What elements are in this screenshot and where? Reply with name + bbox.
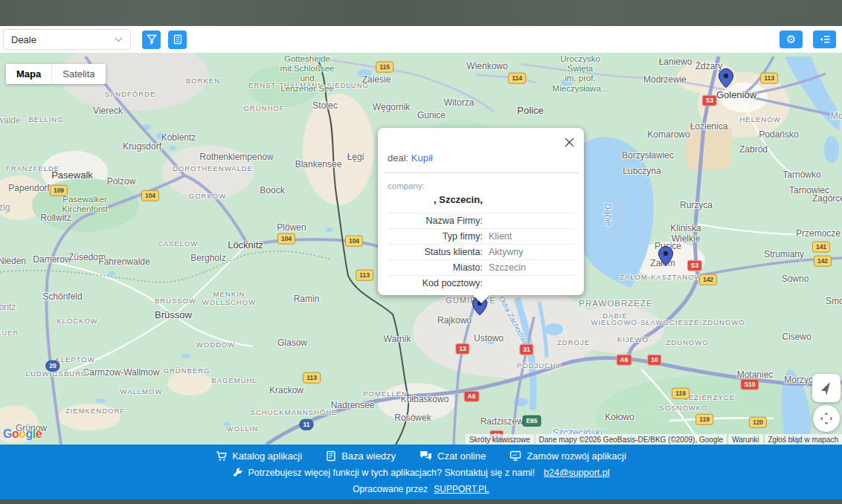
footer-link-label: Baza wiedzy <box>341 450 396 462</box>
map-label: óritz <box>0 303 16 313</box>
map-label: Rurzyca <box>680 201 713 211</box>
entity-select[interactable]: Deale <box>3 29 131 50</box>
map-label: Stolec <box>312 101 337 112</box>
map-label: Witorza <box>444 98 475 109</box>
map-label: Komarowo <box>647 130 690 140</box>
footer: Katalog aplikacjiBaza wiedzyCzat onlineZ… <box>0 445 842 500</box>
map-canvas[interactable]: ViereckKoblentzKrugsdorfRothenklempenowP… <box>0 53 842 445</box>
google-logo-letter: o <box>19 427 25 440</box>
map-label: Smogolice <box>826 297 842 307</box>
map-label: Viereck <box>93 106 123 117</box>
map-label: WOLLIN <box>227 425 258 433</box>
close-icon[interactable] <box>564 137 575 148</box>
map-label: Modrzewie <box>643 75 687 85</box>
map-type-map-button[interactable]: Mapa <box>6 64 51 84</box>
map-label: Krugsdorf <box>123 142 161 152</box>
road-shield: 141 <box>812 242 830 253</box>
road-shield: A6 <box>617 355 632 366</box>
map-label: Radziszewo <box>481 417 529 427</box>
road-shield: 115 <box>376 62 393 73</box>
wrench-icon <box>232 468 242 478</box>
map-label: Rollwitz <box>40 213 71 224</box>
popup-tail <box>472 294 490 303</box>
filter-button[interactable] <box>142 30 161 49</box>
document-list-icon <box>173 34 183 45</box>
road-shield: 113 <box>356 270 373 281</box>
footer-contact-row: Potrzebujesz więcej funkcji w tych aplik… <box>232 468 609 478</box>
map-label: SCHUCKMANNSHÖHE <box>251 409 338 417</box>
monitor-icon <box>510 450 521 461</box>
funnel-icon <box>147 34 157 45</box>
footer-email-link[interactable]: b24@support.pl <box>544 468 609 478</box>
map-label: LUDWIGSBURG <box>26 370 88 378</box>
popup-row-value: Aktywny <box>489 247 524 257</box>
map-marker-pin[interactable] <box>658 246 673 266</box>
footer-link[interactable]: Katalog aplikacji <box>216 450 302 462</box>
road-shield: 113 <box>303 372 321 384</box>
map-label: Rothenklempenow <box>199 152 273 163</box>
map-label: Węgornik <box>373 103 411 113</box>
pan-control-button[interactable] <box>813 405 840 432</box>
map-label: Łęgi <box>347 152 364 163</box>
map-label: KLEPTOW <box>55 356 94 364</box>
google-logo-letter: G <box>3 427 12 440</box>
map-label: Tarnówko <box>782 170 820 181</box>
map-label: DOROTHEENWALDE <box>173 165 253 173</box>
attribution-item[interactable]: Warunki <box>728 434 762 445</box>
map-label: WODDOW <box>196 341 235 349</box>
map-marker-pin[interactable] <box>719 68 733 88</box>
road-shield: S3 <box>702 95 717 106</box>
footer-link[interactable]: Zamów rozwój aplikacji <box>510 450 626 462</box>
map-label: BELLING <box>28 116 63 124</box>
attribution-item[interactable]: Skróty klawiszowe <box>466 434 534 445</box>
toolbar: Deale ⚙ <box>0 26 842 53</box>
map-label: Polzow <box>107 177 136 187</box>
map-label: Damerow <box>33 255 71 265</box>
gear-icon: ⚙ <box>786 34 796 45</box>
footer-link[interactable]: Czat online <box>420 450 486 462</box>
popup-row: Miasto:Szczecin <box>388 259 574 275</box>
report-button[interactable] <box>168 30 187 49</box>
popup-row-label: Status klienta: <box>388 247 483 257</box>
map-label: Carmzow-Wallmow <box>83 368 160 378</box>
map-label: HELENÓW <box>739 116 780 124</box>
road-shield: 142 <box>814 256 832 267</box>
footer-credit-link[interactable]: SUPPORT.PL <box>434 484 489 494</box>
indent-list-icon <box>819 34 831 45</box>
map-label: Łaniewo <box>659 57 692 68</box>
map-label: KLOCKOW <box>57 317 98 326</box>
deal-link[interactable]: Kupił <box>411 152 433 164</box>
map-label: Gunice <box>417 111 446 121</box>
map-label: Police <box>517 106 543 117</box>
map-label: AUER <box>0 329 19 337</box>
footer-links-row: Katalog aplikacjiBaza wiedzyCzat onlineZ… <box>216 450 626 462</box>
google-logo-letter: o <box>12 427 19 440</box>
map-label: MENKIN WOLLSCHOW <box>202 291 256 307</box>
legend-button[interactable] <box>813 30 836 48</box>
attribution-item[interactable]: Dane mapy ©2026 GeoBasis-DE/BKG (©2009),… <box>536 434 727 445</box>
road-shield: 120 <box>749 417 767 428</box>
footer-link-label: Zamów rozwój aplikacji <box>527 450 626 462</box>
map-label: GRÜNHOF <box>243 105 284 113</box>
road-shield: S10 <box>740 379 759 390</box>
google-logo[interactable]: Google <box>3 427 42 441</box>
map-label: WIELGOWO-SŁAWOCIESZE-ZDUNOWO <box>591 319 745 327</box>
road-shield: 31 <box>519 344 533 355</box>
my-location-button[interactable] <box>812 374 841 402</box>
map-label: Przemocze <box>796 229 841 239</box>
map-label: BORKEN <box>186 77 220 85</box>
footer-link[interactable]: Baza wiedzy <box>326 450 396 462</box>
deal-info-popup: deal: Kupił company: , Szczecin, Nazwa F… <box>378 128 584 295</box>
map-label: Zabród <box>739 145 768 155</box>
map-label: Sowno <box>782 274 809 285</box>
attribution-item[interactable]: Zgłoś błąd w mapach <box>765 434 842 445</box>
settings-button[interactable]: ⚙ <box>780 30 803 48</box>
deal-line: deal: Kupił <box>388 152 574 164</box>
popup-rows: Nazwa Firmy:Typ firmy:KlientStatus klien… <box>388 213 574 291</box>
road-shield: 104 <box>345 236 363 247</box>
map-type-satellite-button[interactable]: Satelita <box>52 64 105 84</box>
road-shield: 10 <box>647 355 661 366</box>
map-label: Plöwen <box>277 223 306 233</box>
map-label: Strumiany <box>764 250 804 260</box>
app-window: Deale ⚙ <box>0 0 842 504</box>
